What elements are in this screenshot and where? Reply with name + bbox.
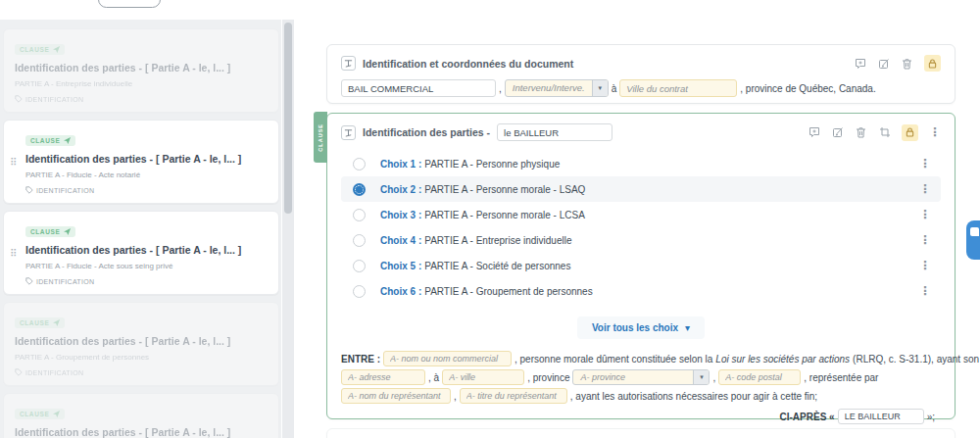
clause-badge: CLAUSE (15, 409, 65, 419)
clause-badge-icon (53, 411, 60, 417)
clause-subtitle: PARTIE A - Groupement de personnes (15, 353, 269, 362)
sidebar-scrollbar[interactable] (282, 20, 294, 438)
clause-badge-icon (53, 46, 60, 53)
document-type-input[interactable] (341, 79, 496, 97)
choice-row[interactable]: Choix 1 : PARTIE A - Personne physique ⋮ (341, 151, 941, 176)
clause-title: Identification des parties - [ Partie A … (15, 62, 269, 73)
ci-apres-input[interactable] (838, 409, 924, 424)
clause-title: Identification des parties - [ Partie A … (15, 426, 269, 438)
clause-title: Identification des parties - [ Partie A … (25, 153, 269, 165)
choice-row[interactable]: Choix 6 : PARTIE A - Groupement de perso… (341, 278, 941, 304)
clause-library-sidebar: CLAUSE Identification des parties - [ Pa… (0, 20, 281, 438)
clause-tag: IDENTIFICATION (25, 277, 94, 285)
ci-apres-label: CI-APRÈS « (780, 412, 835, 422)
next-clause-panel-partial[interactable] (326, 428, 956, 438)
see-all-choices-button[interactable]: Voir tous les choix ▾ (577, 316, 705, 339)
clause-title: Identification des parties - [ Partie A … (15, 335, 269, 347)
clause-badge: CLAUSE (15, 317, 65, 328)
panel-title: Identification et coordonnées du documen… (363, 58, 573, 70)
trash-icon[interactable] (855, 126, 867, 139)
clause-card[interactable]: CLAUSE Identification des parties - [ Pa… (3, 28, 279, 113)
province-select[interactable]: A- province ▾ (572, 369, 710, 385)
kebab-menu-icon[interactable]: ⋮ (919, 157, 931, 170)
clause-badge: CLAUSE (25, 135, 75, 146)
clause-subtitle: PARTIE A - Fiducie - Acte sous seing pri… (25, 262, 269, 270)
clause-card[interactable]: ⠿ CLAUSE Identification des parties - [ … (3, 211, 279, 295)
clause-card[interactable]: ⠿ CLAUSE Identification des parties - [ … (3, 120, 279, 204)
company-name-input[interactable] (383, 351, 512, 366)
clause-subtitle: PARTIE A - Fiducie - Acte notarié (25, 170, 269, 179)
tag-icon (25, 277, 33, 285)
choice-row[interactable]: Choix 3 : PARTIE A - Personne morale - L… (341, 202, 941, 227)
entre-clause-text: ENTRE : , personne morale dûment constit… (341, 351, 941, 424)
choices-list: Choix 1 : PARTIE A - Personne physique ⋮… (341, 151, 941, 304)
tag-icon (15, 95, 23, 103)
crop-icon[interactable] (878, 126, 891, 139)
city-input[interactable] (442, 369, 524, 385)
representative-name-input[interactable] (341, 388, 451, 404)
trash-icon[interactable] (901, 57, 913, 70)
clause-card[interactable]: CLAUSE Identification des parties - [ Pa… (3, 302, 279, 386)
radio-button-selected[interactable] (353, 183, 366, 196)
law-name-italic: Loi sur les sociétés par actions (715, 354, 850, 365)
intervenu-select[interactable]: Intervenu/Interve. ▾ (505, 79, 609, 97)
radio-button[interactable] (353, 158, 366, 170)
clause-tag: IDENTIFICATION (25, 186, 94, 194)
clause-side-tab[interactable]: CLAUSE (314, 112, 327, 163)
comment-icon[interactable] (854, 57, 866, 70)
radio-button[interactable] (353, 234, 366, 247)
clause-tag: IDENTIFICATION (15, 368, 83, 376)
drag-handle-icon[interactable]: ⠿ (10, 249, 17, 258)
choice-row[interactable]: Choix 5 : PARTIE A - Société de personne… (341, 253, 941, 278)
kebab-menu-icon[interactable]: ⋮ (929, 125, 941, 139)
party-role-input[interactable] (497, 123, 612, 141)
address-input[interactable] (341, 369, 425, 385)
edit-icon[interactable] (831, 126, 844, 139)
choice-row-selected[interactable]: Choix 2 : PARTIE A - Personne morale - L… (341, 176, 941, 202)
scrollbar-thumb[interactable] (284, 23, 292, 214)
clause-badge: CLAUSE (15, 44, 65, 55)
kebab-menu-icon[interactable]: ⋮ (919, 208, 931, 221)
separator-text: , (499, 83, 502, 94)
radio-button[interactable] (353, 260, 366, 272)
clause-badge-icon (53, 319, 60, 326)
clause-title: Identification des parties - [ Partie A … (25, 244, 269, 256)
chevron-down-icon: ▾ (693, 370, 709, 384)
representative-title-input[interactable] (460, 388, 567, 404)
entre-label: ENTRE : (341, 354, 380, 365)
chevron-down-icon: ▾ (592, 80, 608, 96)
city-of-contract-input[interactable] (619, 79, 737, 97)
header-pill-button[interactable] (98, 0, 161, 8)
clause-badge: CLAUSE (25, 226, 75, 237)
choice-row[interactable]: Choix 4 : PARTIE A - Entreprise individu… (341, 227, 941, 253)
doc-identification-panel: Identification et coordonnées du documen… (326, 44, 956, 104)
top-header-cutoff (0, 0, 980, 20)
document-editor-canvas: Identification et coordonnées du documen… (294, 20, 980, 438)
edit-icon[interactable] (877, 57, 890, 70)
clause-badge-icon (64, 228, 71, 235)
tag-icon (25, 186, 33, 194)
radio-button[interactable] (353, 285, 366, 298)
title-field-icon (341, 125, 356, 140)
clause-subtitle: PARTIE A - Entreprise individuelle (15, 79, 269, 88)
kebab-menu-icon[interactable]: ⋮ (919, 233, 931, 247)
radio-button[interactable] (353, 209, 366, 221)
drag-handle-icon[interactable]: ⠿ (10, 158, 17, 167)
panel-title: Identification des parties - (363, 126, 490, 138)
doc-tail-text: , province de Québec, Canada. (740, 83, 875, 94)
clause-card[interactable]: CLAUSE Identification des parties - [ Pa… (3, 393, 279, 438)
lock-icon[interactable] (902, 124, 918, 141)
parties-identification-panel: CLAUSE Identification des parties - ⋮ Ch… (326, 113, 956, 419)
a-label: à (612, 83, 617, 94)
title-field-icon (341, 56, 356, 71)
tag-icon (15, 368, 23, 376)
comment-icon[interactable] (808, 126, 820, 139)
kebab-menu-icon[interactable]: ⋮ (919, 284, 931, 298)
floating-help-button[interactable] (966, 220, 980, 260)
lock-icon[interactable] (924, 55, 941, 72)
chevron-down-icon: ▾ (685, 322, 690, 333)
kebab-menu-icon[interactable]: ⋮ (919, 259, 931, 272)
kebab-menu-icon[interactable]: ⋮ (919, 182, 931, 196)
clause-tag: IDENTIFICATION (15, 95, 83, 103)
postal-code-input[interactable] (718, 369, 801, 385)
